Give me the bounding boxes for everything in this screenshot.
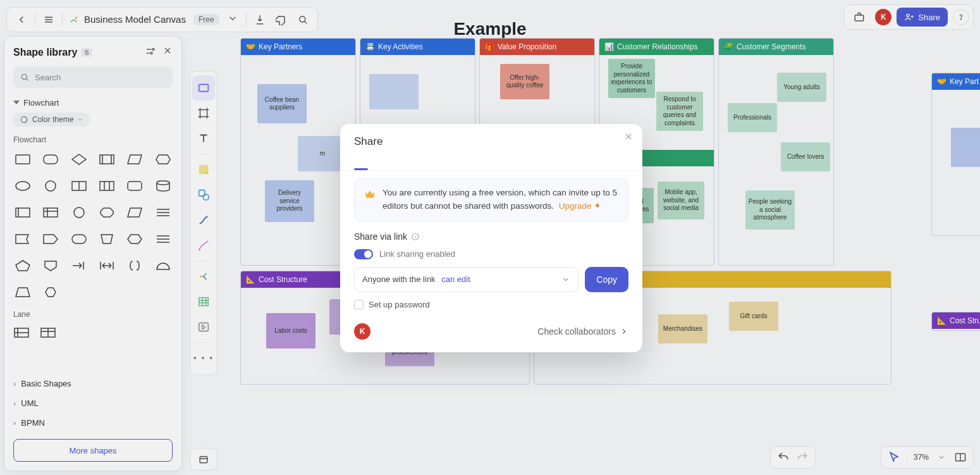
share-modal: Share You are currently using a free ver… bbox=[340, 124, 642, 352]
crown-icon bbox=[364, 188, 376, 213]
upgrade-link[interactable]: Upgrade ✦ bbox=[559, 201, 602, 211]
link-sharing-status: Link sharing enabled bbox=[379, 249, 455, 259]
copy-link-button[interactable]: Copy bbox=[585, 267, 628, 292]
password-checkbox[interactable] bbox=[354, 300, 364, 309]
modal-tabs bbox=[340, 153, 642, 171]
modal-close-button[interactable] bbox=[623, 132, 634, 145]
link-audience: Anyone with the link bbox=[362, 275, 436, 284]
link-permission: can edit bbox=[441, 275, 470, 284]
chevron-down-icon bbox=[561, 275, 570, 284]
check-collaborators-link[interactable]: Check collaborators bbox=[537, 326, 628, 336]
link-permission-select[interactable]: Anyone with the link can edit bbox=[354, 267, 579, 292]
info-icon[interactable] bbox=[411, 232, 420, 241]
modal-title: Share bbox=[354, 135, 628, 148]
modal-avatar[interactable]: K bbox=[354, 323, 371, 340]
password-checkbox-row[interactable]: Set up password bbox=[354, 300, 628, 309]
share-via-link-label: Share via link bbox=[354, 231, 628, 242]
upgrade-banner: You are currently using a free version, … bbox=[354, 178, 628, 221]
password-label: Set up password bbox=[369, 300, 430, 309]
link-sharing-toggle[interactable] bbox=[354, 249, 373, 259]
